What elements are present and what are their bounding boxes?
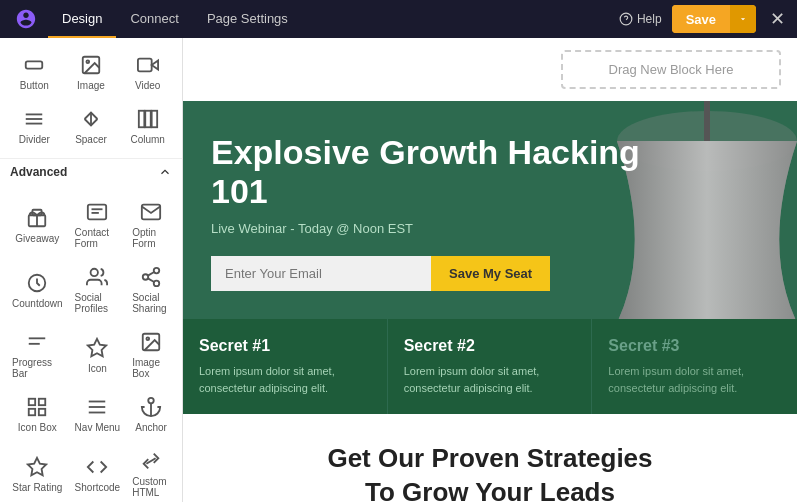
sidebar-item-icon[interactable]: Icon [71, 323, 125, 384]
sidebar-item-nav-menu[interactable]: Nav Menu [71, 388, 125, 438]
svg-point-22 [154, 281, 160, 287]
hero-title: Explosive Growth Hacking 101 [211, 133, 671, 211]
sidebar-item-image[interactable]: Image [65, 46, 118, 96]
secret-2-title: Secret #2 [404, 337, 576, 355]
svg-rect-11 [145, 111, 151, 128]
sidebar-item-giveaway[interactable]: Giveaway [8, 193, 67, 254]
close-button[interactable]: ✕ [770, 8, 785, 30]
secret-1-text: Lorem ipsum dolor sit amet, consectetur … [199, 363, 371, 396]
sidebar-item-star-rating[interactable]: Star Rating [8, 442, 67, 502]
canvas-inner: Drag New Block Here [183, 38, 797, 502]
secret-item-3: Secret #3 Lorem ipsum dolor sit amet, co… [592, 319, 797, 414]
hero-email-input[interactable] [211, 256, 431, 291]
sidebar: Button Image Video Divider Spacer Column [0, 38, 183, 502]
svg-rect-10 [138, 111, 144, 128]
svg-point-19 [91, 269, 98, 276]
secret-item-2: Secret #2 Lorem ipsum dolor sit amet, co… [388, 319, 593, 414]
hero-email-form: Save My Seat [211, 256, 671, 291]
svg-line-24 [148, 272, 154, 276]
main-layout: Button Image Video Divider Spacer Column [0, 38, 797, 502]
sidebar-item-social-profiles[interactable]: Social Profiles [71, 258, 125, 319]
sidebar-item-column[interactable]: Column [121, 100, 174, 150]
sidebar-item-progress-bar[interactable]: Progress Bar [8, 323, 67, 384]
hero-content: Explosive Growth Hacking 101 Live Webina… [211, 133, 671, 291]
hero-section: Explosive Growth Hacking 101 Live Webina… [183, 101, 797, 319]
sidebar-item-divider[interactable]: Divider [8, 100, 61, 150]
chevron-down-icon [158, 165, 172, 179]
secret-item-1: Secret #1 Lorem ipsum dolor sit amet, co… [183, 319, 388, 414]
svg-rect-33 [29, 409, 35, 415]
secrets-section: Secret #1 Lorem ipsum dolor sit amet, co… [183, 319, 797, 414]
svg-point-29 [147, 337, 150, 340]
sidebar-item-anchor[interactable]: Anchor [128, 388, 174, 438]
sidebar-item-contact-form[interactable]: Contact Form [71, 193, 125, 254]
advanced-section-header[interactable]: Advanced [0, 158, 182, 185]
tab-connect[interactable]: Connect [116, 0, 192, 38]
save-dropdown-arrow[interactable] [730, 5, 756, 33]
svg-point-37 [148, 398, 154, 404]
bottom-cta-section: Get Our Proven Strategies To Grow Your L… [183, 414, 797, 502]
svg-point-21 [143, 274, 149, 280]
svg-rect-30 [29, 399, 35, 405]
sidebar-item-icon-box[interactable]: Icon Box [8, 388, 67, 438]
sidebar-item-optin-form[interactable]: Optin Form [128, 193, 174, 254]
help-label: Help [637, 12, 662, 26]
hero-submit-button[interactable]: Save My Seat [431, 256, 550, 291]
svg-point-20 [154, 268, 160, 274]
drag-block-area: Drag New Block Here [183, 38, 797, 101]
sidebar-advanced-grid: Giveaway Contact Form Optin Form Countdo… [0, 185, 182, 502]
svg-rect-32 [39, 409, 45, 415]
save-button[interactable]: Save [672, 5, 730, 33]
drag-new-block-target[interactable]: Drag New Block Here [561, 50, 781, 89]
sidebar-item-countdown[interactable]: Countdown [8, 258, 67, 319]
tab-page-settings[interactable]: Page Settings [193, 0, 302, 38]
svg-rect-1 [26, 61, 43, 68]
secret-3-title: Secret #3 [608, 337, 781, 355]
secret-2-text: Lorem ipsum dolor sit amet, consectetur … [404, 363, 576, 396]
hero-subtitle: Live Webinar - Today @ Noon EST [211, 221, 671, 236]
sidebar-item-shortcode[interactable]: Shortcode [71, 442, 125, 502]
logo [12, 5, 40, 33]
tab-design[interactable]: Design [48, 0, 116, 38]
sidebar-item-button[interactable]: Button [8, 46, 61, 96]
save-button-group: Save [672, 5, 756, 33]
sidebar-basic-grid: Button Image Video Divider Spacer Column [0, 38, 182, 158]
top-navigation: Design Connect Page Settings Help Save ✕ [0, 0, 797, 38]
secret-3-text: Lorem ipsum dolor sit amet, consectetur … [608, 363, 781, 396]
sidebar-item-spacer[interactable]: Spacer [65, 100, 118, 150]
secret-1-title: Secret #1 [199, 337, 371, 355]
svg-rect-12 [151, 111, 157, 128]
svg-rect-5 [138, 59, 152, 72]
help-button[interactable]: Help [619, 12, 662, 26]
nav-right-actions: Help Save ✕ [619, 5, 785, 33]
svg-point-3 [86, 60, 89, 63]
svg-marker-27 [88, 338, 106, 355]
cta-title: Get Our Proven Strategies To Grow Your L… [203, 442, 777, 502]
sidebar-item-social-sharing[interactable]: Social Sharing [128, 258, 174, 319]
svg-line-23 [148, 278, 154, 282]
svg-rect-31 [39, 399, 45, 405]
svg-marker-39 [28, 457, 46, 474]
sidebar-item-custom-html[interactable]: Custom HTML [128, 442, 174, 502]
sidebar-item-image-box[interactable]: Image Box [128, 323, 174, 384]
canvas: Drag New Block Here [183, 38, 797, 502]
sidebar-item-video[interactable]: Video [121, 46, 174, 96]
svg-marker-4 [151, 60, 157, 69]
